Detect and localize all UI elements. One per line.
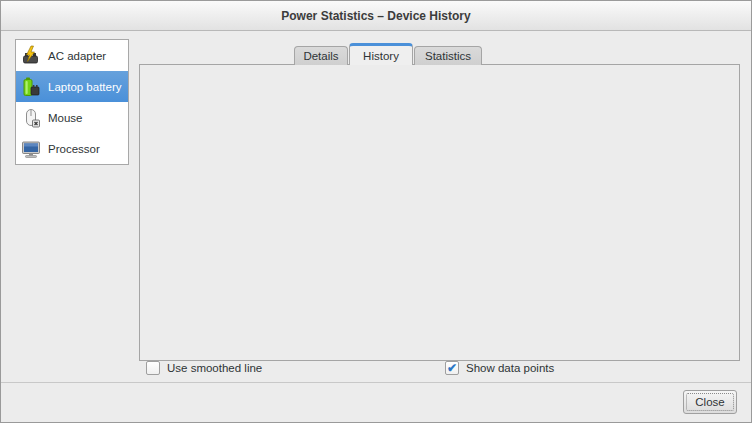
sidebar-item-label: Processor — [48, 143, 100, 155]
sidebar-item-label: AC adapter — [48, 50, 106, 62]
power-statistics-window: Power Statistics – Device History AC ada… — [0, 0, 752, 423]
tab-label: Statistics — [425, 50, 471, 62]
processor-icon — [20, 138, 42, 160]
smoothed-line-label: Use smoothed line — [167, 362, 262, 374]
close-button[interactable]: Close — [683, 390, 737, 414]
window-title: Power Statistics – Device History — [281, 9, 470, 23]
show-data-points-label: Show data points — [466, 362, 554, 374]
close-button-label: Close — [695, 396, 724, 408]
footer-separator — [1, 382, 752, 383]
tab-statistics[interactable]: Statistics — [414, 46, 482, 65]
sidebar-item-mouse[interactable]: Mouse — [16, 102, 128, 133]
device-list: AC adapter Laptop battery Mouse — [15, 39, 129, 165]
sidebar-item-label: Mouse — [48, 112, 83, 124]
smoothed-line-checkbox[interactable] — [146, 361, 160, 375]
tab-history[interactable]: History — [349, 43, 413, 65]
sidebar-item-processor[interactable]: Processor — [16, 133, 128, 164]
titlebar[interactable]: Power Statistics – Device History — [1, 1, 751, 31]
mouse-icon — [20, 107, 42, 129]
tab-details[interactable]: Details — [294, 46, 348, 65]
sidebar-item-laptop-battery[interactable]: Laptop battery — [16, 71, 128, 102]
tab-label: History — [363, 50, 399, 62]
ac-adapter-icon — [20, 45, 42, 67]
tab-label: Details — [303, 50, 338, 62]
smoothed-line-option[interactable]: Use smoothed line — [146, 361, 262, 375]
close-button-focus-ring: Close — [686, 393, 734, 411]
show-data-points-option[interactable]: ✔ Show data points — [445, 361, 554, 375]
show-data-points-checkbox[interactable]: ✔ — [445, 361, 459, 375]
sidebar-item-label: Laptop battery — [48, 81, 122, 93]
battery-icon — [20, 76, 42, 98]
history-tab-panel — [139, 64, 740, 361]
sidebar-item-ac-adapter[interactable]: AC adapter — [16, 40, 128, 71]
